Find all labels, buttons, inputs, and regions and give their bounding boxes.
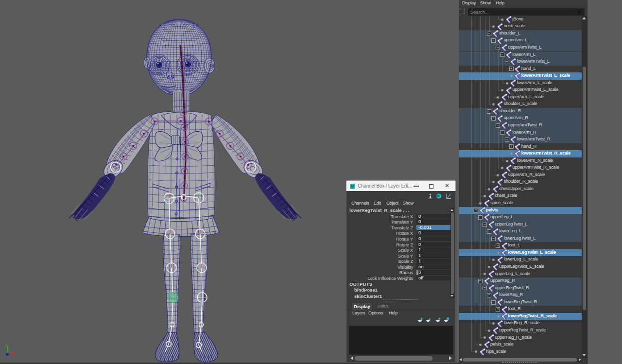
svg-text:y: y	[5, 342, 8, 347]
